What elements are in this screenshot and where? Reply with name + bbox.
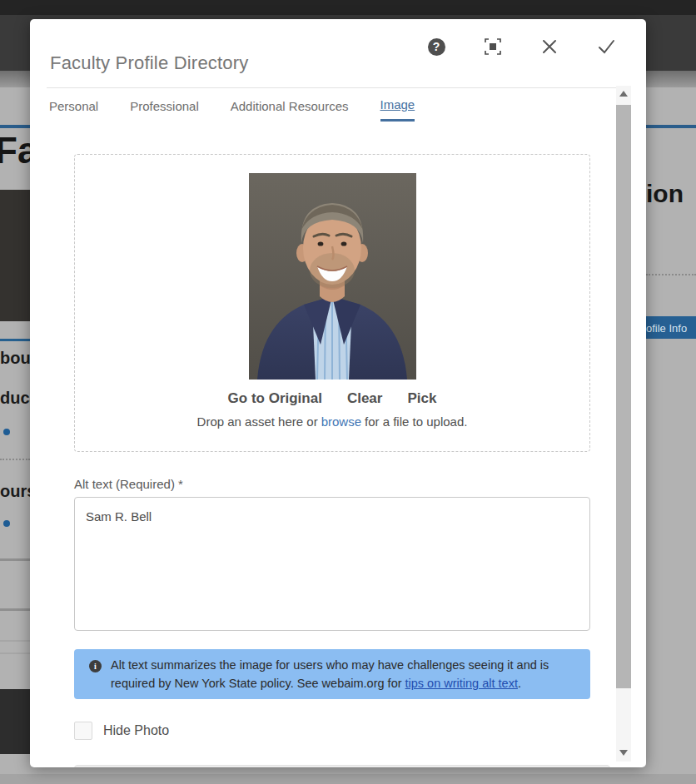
check-icon — [596, 37, 616, 56]
alt-text-info-banner: i Alt text summarizes the image for user… — [74, 649, 590, 699]
page-section-rule — [0, 339, 30, 341]
close-button[interactable] — [539, 37, 559, 57]
page-list-bullet — [3, 429, 10, 435]
scrollbar-thumb[interactable] — [616, 105, 631, 688]
page-footer-image-block — [0, 689, 30, 754]
alt-text-tips-link[interactable]: tips on writing alt text — [405, 677, 518, 690]
hide-photo-checkbox[interactable] — [74, 722, 92, 740]
page-row-divider — [0, 558, 30, 561]
dialog-title: Faculty Profile Directory — [50, 52, 249, 74]
hide-photo-label: Hide Photo — [103, 723, 169, 738]
dialog-tabs: Personal Professional Additional Resourc… — [49, 97, 415, 122]
confirm-button[interactable] — [596, 37, 616, 57]
clear-button[interactable]: Clear — [347, 390, 383, 407]
photo-action-row: Go to Original Clear Pick — [75, 390, 589, 407]
fullscreen-icon — [484, 37, 502, 56]
scroll-up-button[interactable] — [616, 86, 631, 101]
close-icon — [540, 37, 559, 56]
go-to-original-button[interactable]: Go to Original — [228, 390, 322, 407]
page-dotted-divider — [0, 459, 30, 460]
image-tab-panel: Go to Original Clear Pick Drop an asset … — [74, 154, 590, 767]
scroll-down-button[interactable] — [616, 745, 631, 760]
fullscreen-button[interactable] — [483, 37, 503, 57]
header-divider — [47, 87, 631, 88]
page-photo-block — [0, 190, 30, 321]
info-banner-text-segment: . — [518, 677, 521, 690]
faculty-profile-dialog: Faculty Profile Directory ? — [30, 19, 646, 767]
page-row-divider — [0, 640, 30, 642]
tab-image[interactable]: Image — [380, 97, 415, 122]
dialog-header-actions: ? — [426, 37, 616, 57]
alt-text-label: Alt text (Required) * — [74, 477, 590, 491]
profile-info-button[interactable]: ofile Info — [643, 316, 696, 339]
page-row-divider — [0, 608, 30, 611]
browse-link[interactable]: browse — [321, 414, 361, 429]
profile-photo — [249, 173, 416, 380]
pick-button[interactable]: Pick — [407, 390, 436, 407]
collapsed-section-bar[interactable] — [74, 765, 610, 767]
drop-hint-text: for a file to upload. — [365, 414, 467, 429]
page-bottom-strip — [0, 774, 696, 784]
page-list-bullet — [3, 520, 10, 527]
page-top-bar — [0, 0, 696, 15]
hide-photo-row: Hide Photo — [74, 722, 590, 740]
drop-hint: Drop an asset here orbrowsefor a file to… — [75, 414, 589, 429]
asset-dropzone[interactable]: Go to Original Clear Pick Drop an asset … — [74, 154, 590, 452]
tab-additional-resources[interactable]: Additional Resources — [231, 97, 349, 122]
help-icon: ? — [428, 38, 445, 56]
tab-professional[interactable]: Professional — [130, 97, 199, 122]
info-icon: i — [89, 660, 102, 672]
page-row-divider — [0, 653, 30, 654]
dialog-scrollbar[interactable] — [616, 86, 631, 762]
triangle-up-icon — [619, 91, 628, 97]
alt-text-input[interactable]: Sam R. Bell — [74, 497, 590, 631]
help-button[interactable]: ? — [426, 37, 446, 57]
drop-hint-text: Drop an asset here or — [197, 414, 318, 429]
page-dotted-divider — [646, 274, 696, 275]
info-banner-text: Alt text summarizes the image for users … — [111, 656, 574, 692]
page-heading-fragment-right: ion — [646, 180, 684, 208]
tab-personal[interactable]: Personal — [49, 97, 98, 122]
triangle-down-icon — [619, 750, 628, 756]
dialog-header: Faculty Profile Directory ? — [30, 19, 646, 68]
